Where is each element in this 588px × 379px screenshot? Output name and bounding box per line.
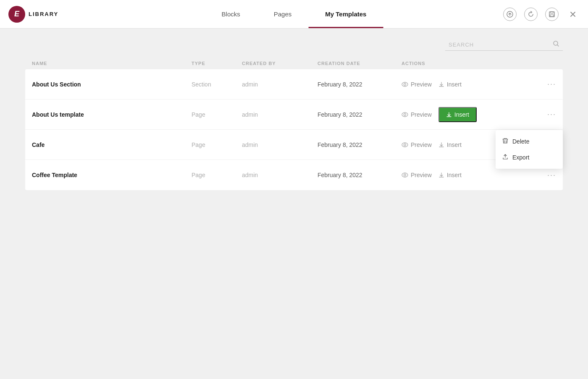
preview-button[interactable]: Preview xyxy=(402,111,432,118)
save-icon xyxy=(549,11,555,18)
svg-point-11 xyxy=(402,173,408,177)
table-header: NAME TYPE CREATED BY CREATION DATE ACTIO… xyxy=(25,58,563,69)
export-icon xyxy=(502,154,508,161)
row-date: February 8, 2022 xyxy=(318,141,402,148)
row-actions: Preview Insert ··· xyxy=(402,107,556,122)
tab-pages[interactable]: Pages xyxy=(257,0,309,28)
insert-button[interactable]: Insert xyxy=(438,141,462,148)
col-type: TYPE xyxy=(192,61,242,66)
row-created-by: admin xyxy=(242,81,318,88)
context-menu: Delete Export xyxy=(496,130,563,169)
preview-button[interactable]: Preview xyxy=(402,81,432,88)
svg-rect-3 xyxy=(550,15,554,16)
col-name: NAME xyxy=(32,61,192,66)
tab-blocks[interactable]: Blocks xyxy=(205,0,257,28)
col-creation-date: CREATION DATE xyxy=(318,61,402,66)
row-date: February 8, 2022 xyxy=(318,81,402,88)
delete-icon xyxy=(502,138,508,145)
svg-point-7 xyxy=(402,112,408,117)
search-box xyxy=(445,39,563,51)
more-options-button[interactable]: ··· xyxy=(547,110,556,119)
table-row: Cafe Page admin February 8, 2022 Preview xyxy=(25,130,563,160)
col-created-by: CREATED BY xyxy=(242,61,318,66)
logo-text: LIBRARY xyxy=(29,11,58,17)
download-icon xyxy=(438,142,444,148)
row-name: About Us Section xyxy=(32,81,192,88)
row-actions: Preview Insert ··· xyxy=(402,80,556,89)
row-type: Page xyxy=(192,111,242,118)
insert-button[interactable]: Insert xyxy=(438,172,462,178)
nav-tabs: Blocks Pages My Templates xyxy=(205,0,383,28)
row-date: February 8, 2022 xyxy=(318,172,402,178)
download-icon xyxy=(446,112,452,118)
row-created-by: admin xyxy=(242,141,318,148)
context-menu-export[interactable]: Export xyxy=(496,149,563,165)
context-menu-delete[interactable]: Delete xyxy=(496,133,563,149)
header: E LIBRARY Blocks Pages My Templates xyxy=(0,0,588,29)
table-row: Coffee Template Page admin February 8, 2… xyxy=(25,160,563,190)
svg-point-6 xyxy=(404,83,406,85)
eye-icon xyxy=(402,82,408,87)
row-type: Page xyxy=(192,141,242,148)
row-name: About Us template xyxy=(32,111,192,118)
upload-icon xyxy=(507,11,513,18)
more-options-button[interactable]: ··· xyxy=(547,171,556,180)
table-container: NAME TYPE CREATED BY CREATION DATE ACTIO… xyxy=(0,58,588,190)
more-options-button[interactable]: ··· xyxy=(547,80,556,89)
download-icon xyxy=(438,172,444,178)
save-button[interactable] xyxy=(545,8,559,21)
svg-point-9 xyxy=(402,143,408,147)
row-name: Cafe xyxy=(32,141,192,148)
row-type: Page xyxy=(192,172,242,178)
download-icon xyxy=(438,81,444,87)
logo-area: E LIBRARY xyxy=(8,6,92,23)
upload-button[interactable] xyxy=(503,8,517,21)
row-type: Section xyxy=(192,81,242,88)
row-created-by: admin xyxy=(242,111,318,118)
search-input[interactable] xyxy=(449,42,549,48)
svg-point-5 xyxy=(402,82,408,86)
svg-point-10 xyxy=(404,144,406,146)
preview-button[interactable]: Preview xyxy=(402,141,432,148)
table-row: About Us template Page admin February 8,… xyxy=(25,99,563,130)
svg-point-12 xyxy=(404,174,406,176)
header-actions xyxy=(503,8,580,21)
delete-label: Delete xyxy=(512,138,529,145)
eye-icon xyxy=(402,142,408,147)
eye-icon xyxy=(402,112,408,117)
row-name: Coffee Template xyxy=(32,172,192,178)
eye-icon xyxy=(402,173,408,178)
close-button[interactable] xyxy=(566,8,580,21)
search-icon xyxy=(553,40,559,49)
insert-button-highlighted[interactable]: Insert xyxy=(438,107,477,122)
col-actions: ACTIONS xyxy=(402,61,556,66)
row-created-by: admin xyxy=(242,172,318,178)
refresh-button[interactable] xyxy=(524,8,538,21)
export-label: Export xyxy=(512,154,529,161)
tab-my-templates[interactable]: My Templates xyxy=(308,0,383,28)
table-body: About Us Section Section admin February … xyxy=(25,69,563,190)
table-row: About Us Section Section admin February … xyxy=(25,69,563,99)
close-icon xyxy=(570,11,576,18)
row-date: February 8, 2022 xyxy=(318,111,402,118)
search-area xyxy=(0,29,588,58)
preview-button[interactable]: Preview xyxy=(402,172,432,178)
insert-button[interactable]: Insert xyxy=(438,81,462,88)
refresh-icon xyxy=(528,11,534,18)
row-actions: Preview Insert ··· xyxy=(402,171,556,180)
logo-icon: E xyxy=(8,6,25,23)
svg-point-8 xyxy=(404,113,406,115)
